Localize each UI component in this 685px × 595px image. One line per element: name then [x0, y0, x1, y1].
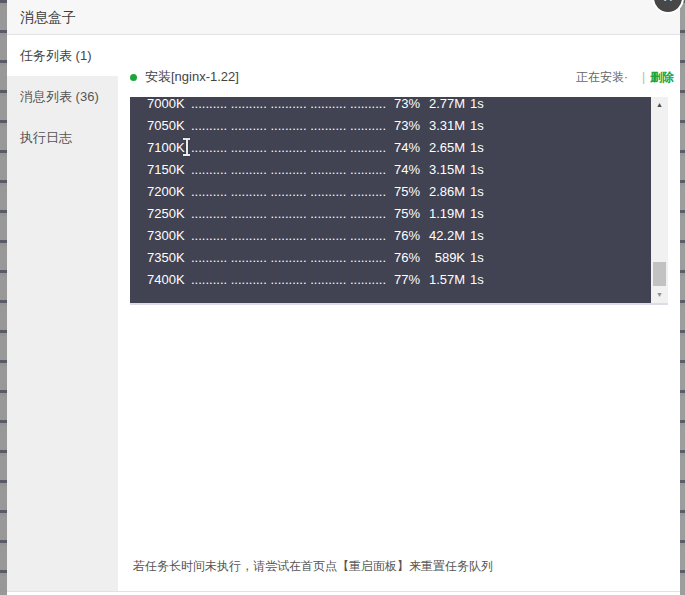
- cl-dots: .......... .......... .......... .......…: [191, 159, 386, 181]
- cl-speed: 589K: [425, 247, 465, 269]
- modal-title: 消息盒子: [7, 0, 76, 34]
- cl-dots: .......... .......... .......... .......…: [191, 93, 386, 115]
- cl-eta: 1s: [470, 269, 484, 291]
- cl-k: 7350K: [147, 247, 191, 269]
- cl-pct: 75%: [392, 203, 420, 225]
- background-page-left-edge: [0, 0, 7, 595]
- screen: ✕ 消息盒子 任务列表 (1)消息列表 (36)执行日志 安装[nginx-1.…: [0, 0, 685, 595]
- cl-dots: .......... .......... .......... .......…: [191, 115, 386, 137]
- close-icon: ✕: [663, 0, 674, 5]
- cl-k: 7250K: [147, 203, 191, 225]
- cl-pct: 76%: [392, 247, 420, 269]
- task-name: 安装[nginx-1.22]: [145, 68, 239, 86]
- cl-speed: 2.65M: [425, 137, 465, 159]
- cl-speed: 3.31M: [425, 115, 465, 137]
- cl-k: 7050K: [147, 115, 191, 137]
- install-log-console: 7000K.......... .......... .......... ..…: [130, 97, 668, 303]
- task-status-dot-icon: [130, 74, 137, 81]
- cl-speed: 1.57M: [425, 269, 465, 291]
- cl-pct: 74%: [392, 137, 420, 159]
- cl-pct: 74%: [392, 159, 420, 181]
- cl-eta: 1s: [470, 93, 484, 115]
- scroll-down-icon: ▼: [656, 291, 663, 298]
- cl-eta: 1s: [470, 225, 484, 247]
- modal-body: 任务列表 (1)消息列表 (36)执行日志 安装[nginx-1.22] 正在安…: [7, 35, 680, 591]
- scroll-up-button[interactable]: ▲: [651, 97, 668, 113]
- cl-eta: 1s: [470, 115, 484, 137]
- cl-dots: .......... .......... .......... .......…: [191, 269, 386, 291]
- console-line: 7000K.......... .......... .......... ..…: [147, 93, 651, 115]
- cl-eta: 1s: [470, 247, 484, 269]
- console-line: 7050K.......... .......... .......... ..…: [147, 115, 651, 137]
- console-line: 7150K.......... .......... .......... ..…: [147, 159, 651, 181]
- sidebar-item-1[interactable]: 消息列表 (36): [7, 76, 118, 117]
- cl-eta: 1s: [470, 159, 484, 181]
- scroll-down-button[interactable]: ▼: [651, 287, 668, 303]
- cl-speed: 42.2M: [425, 225, 465, 247]
- cl-pct: 75%: [392, 181, 420, 203]
- console-scrollbar: ▲ ▼: [651, 97, 668, 303]
- scrollbar-thumb[interactable]: [653, 262, 666, 286]
- cl-eta: 1s: [470, 181, 484, 203]
- cl-eta: 1s: [470, 137, 484, 159]
- cl-pct: 73%: [392, 115, 420, 137]
- cl-k: 7150K: [147, 159, 191, 181]
- task-action-divider: |: [642, 70, 645, 84]
- modal-header: 消息盒子: [7, 0, 680, 35]
- message-box-modal: 消息盒子 任务列表 (1)消息列表 (36)执行日志 安装[nginx-1.22…: [7, 0, 680, 592]
- cl-k: 7000K: [147, 93, 191, 115]
- cl-dots: .......... .......... .......... .......…: [191, 181, 386, 203]
- cl-speed: 1.19M: [425, 203, 465, 225]
- cl-dots: .......... .......... .......... .......…: [191, 203, 386, 225]
- task-status-text: 正在安装·: [576, 69, 628, 86]
- console-line: 7400K.......... .......... .......... ..…: [147, 269, 651, 291]
- task-list-panel: 安装[nginx-1.22] 正在安装· | 删除 7000K.........…: [118, 35, 680, 591]
- cl-pct: 77%: [392, 269, 420, 291]
- task-queue-tip: 若任务长时间未执行，请尝试在首页点【重启面板】来重置任务队列: [133, 558, 493, 575]
- sidebar-item-2[interactable]: 执行日志: [7, 117, 118, 158]
- scrollbar-track[interactable]: [651, 113, 668, 287]
- console-line: 7350K.......... .......... .......... ..…: [147, 247, 651, 269]
- console-line: 7300K.......... .......... .......... ..…: [147, 225, 651, 247]
- console-line: 7250K.......... .......... .......... ..…: [147, 203, 651, 225]
- cl-k: 7200K: [147, 181, 191, 203]
- sidebar-item-0[interactable]: 任务列表 (1): [7, 35, 118, 76]
- cl-k: 7100K: [147, 137, 191, 159]
- cl-pct: 73%: [392, 93, 420, 115]
- cl-k: 7400K: [147, 269, 191, 291]
- cl-k: 7300K: [147, 225, 191, 247]
- cl-pct: 76%: [392, 225, 420, 247]
- cl-dots: .......... .......... .......... .......…: [191, 137, 386, 159]
- cl-speed: 3.15M: [425, 159, 465, 181]
- cl-dots: .......... .......... .......... .......…: [191, 225, 386, 247]
- cl-speed: 2.77M: [425, 93, 465, 115]
- sidebar-tabs: 任务列表 (1)消息列表 (36)执行日志: [7, 35, 118, 591]
- scroll-up-icon: ▲: [656, 101, 663, 108]
- cl-eta: 1s: [470, 203, 484, 225]
- cl-dots: .......... .......... .......... .......…: [191, 247, 386, 269]
- delete-task-button[interactable]: 删除: [650, 69, 674, 86]
- console-line: 7200K.......... .......... .......... ..…: [147, 181, 651, 203]
- cl-speed: 2.86M: [425, 181, 465, 203]
- background-page-right-edge: [680, 0, 685, 595]
- console-line: 7100K.......... .......... .......... ..…: [147, 137, 651, 159]
- task-row: 安装[nginx-1.22] 正在安装· | 删除: [130, 66, 674, 88]
- console-output[interactable]: 7000K.......... .......... .......... ..…: [130, 93, 651, 303]
